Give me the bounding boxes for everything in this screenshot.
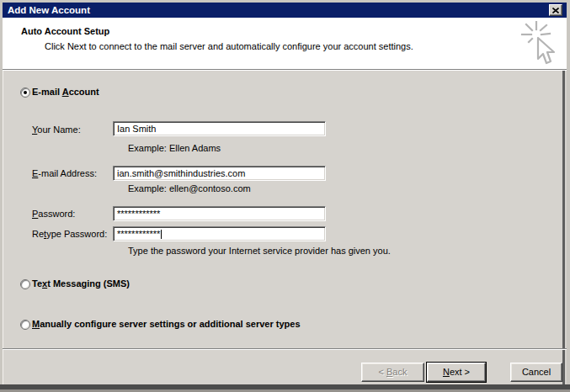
radio-selected-dot [24,91,27,94]
your-name-example: Example: Ellen Adams [128,143,221,153]
radio-text-messaging[interactable] [20,279,30,289]
page-title: Auto Account Setup [21,26,109,36]
radio-email-account[interactable] [20,87,30,98]
sparkle-cursor-icon [518,21,558,70]
radio-manual-configure[interactable] [20,320,30,330]
radio-text-messaging-label[interactable]: Text Messaging (SMS) [32,278,130,289]
close-icon [552,8,559,13]
your-name-input[interactable]: Ian Smith [113,121,326,136]
radio-email-account-label[interactable]: E-mail Account [32,87,99,97]
password-hint: Type the password your Internet service … [128,246,391,256]
email-address-input[interactable]: ian.smith@smithindustries.com [113,166,326,181]
back-button[interactable]: < Back [361,363,424,382]
frame-highlight [3,71,3,384]
password-label: Password: [32,209,75,219]
password-input[interactable]: ************ [113,206,326,221]
footer-divider [3,348,567,350]
page-subtitle: Click Next to connect to the mail server… [45,41,413,51]
retype-password-input[interactable]: ************ [113,226,326,241]
close-button[interactable] [549,4,562,16]
frame-shadow-right [562,71,565,384]
email-address-example: Example: ellen@contoso.com [128,183,251,193]
add-new-account-dialog: Add New Account Auto Account Setup Click… [0,0,570,392]
radio-manual-configure-label[interactable]: Manually configure server settings or ad… [32,319,301,329]
text-cursor [161,230,162,239]
title-bar[interactable]: Add New Account [3,3,567,18]
next-button[interactable]: Next > [427,363,486,382]
your-name-label: Your Name: [32,124,81,135]
email-address-label: E-mail Address: [32,168,97,178]
window-title: Add New Account [8,5,90,15]
wizard-header: Auto Account Setup Click Next to connect… [3,18,567,70]
cancel-button[interactable]: Cancel [510,363,562,382]
retype-password-label: Retype Password: [32,229,107,239]
